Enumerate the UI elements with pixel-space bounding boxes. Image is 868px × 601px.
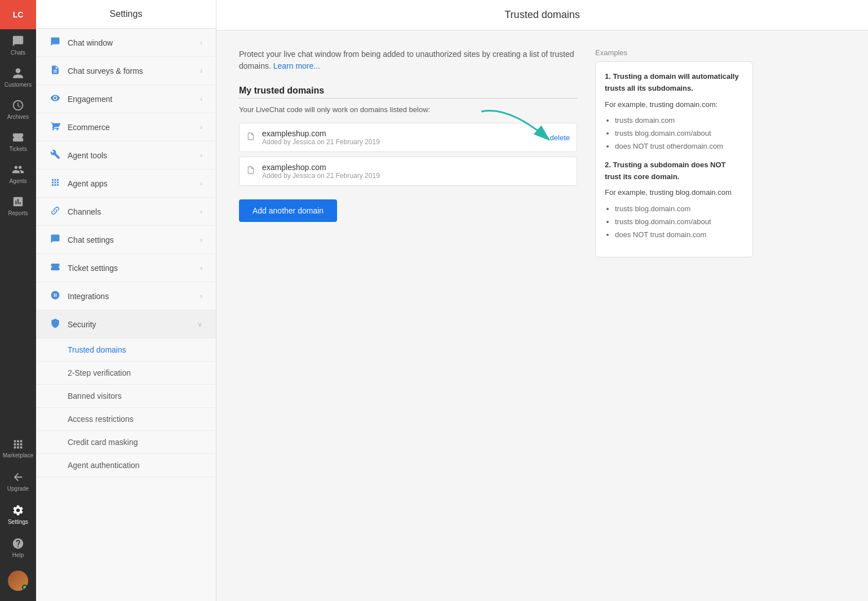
chat-settings-icon xyxy=(50,234,61,246)
chevron-icon: › xyxy=(200,39,202,47)
ecommerce-label: Ecommerce xyxy=(68,123,193,132)
domain-entry-2: exampleshop.com Added by Jessica on 21 F… xyxy=(239,157,577,186)
submenu-item-2step[interactable]: 2-Step verification xyxy=(36,362,216,385)
examples-card: 1. Trusting a domain will automatically … xyxy=(595,61,753,257)
submenu-item-trusted-domains[interactable]: Trusted domains xyxy=(36,339,216,362)
ticket-settings-label: Ticket settings xyxy=(68,264,193,273)
app-logo: LC xyxy=(0,0,36,29)
sidebar-item-chat-settings[interactable]: Chat settings › xyxy=(36,226,216,254)
security-submenu: Trusted domains 2-Step verification Bann… xyxy=(36,339,216,477)
integrations-label: Integrations xyxy=(68,292,193,301)
domain-info-1: exampleshup.com Added by Jessica on 21 F… xyxy=(262,129,543,146)
nav-item-settings[interactable]: Settings xyxy=(0,498,36,531)
learn-more-link[interactable]: Learn more... xyxy=(273,61,320,70)
example2-subheading: For example, trusting blog.domain.com xyxy=(605,187,743,199)
sidebar-item-engagement[interactable]: Engagement › xyxy=(36,85,216,113)
nav-item-archives[interactable]: Archives xyxy=(0,94,36,126)
chevron-icon: › xyxy=(200,264,202,272)
sidebar-item-agent-apps[interactable]: Agent apps › xyxy=(36,170,216,198)
submenu-item-creditcard[interactable]: Credit card masking xyxy=(36,431,216,454)
channels-label: Channels xyxy=(68,207,193,216)
example1-subheading: For example, trusting domain.com: xyxy=(605,99,743,111)
security-icon xyxy=(50,318,61,330)
main-body: Protect your live chat window from being… xyxy=(216,30,868,601)
chevron-icon: › xyxy=(200,123,202,131)
domain-meta-1: Added by Jessica on 21 February 2019 xyxy=(262,138,543,146)
form-icon xyxy=(50,65,61,77)
example1-bullets: trusts domain.com trusts blog.domain.com… xyxy=(605,115,743,152)
domain-file-icon-1 xyxy=(246,131,255,144)
chat-window-label: Chat window xyxy=(68,38,193,47)
sidebar-item-integrations[interactable]: Integrations › xyxy=(36,282,216,310)
settings-sidebar: Settings Chat window › Chat surveys & fo… xyxy=(36,0,216,601)
chat-settings-label: Chat settings xyxy=(68,235,193,244)
domain-file-icon-2 xyxy=(246,164,255,178)
add-domain-button[interactable]: Add another domain xyxy=(239,199,337,222)
sidebar-item-security[interactable]: Security ∨ xyxy=(36,310,216,339)
description-text: Protect your live chat window from being… xyxy=(239,48,577,72)
agent-tools-icon xyxy=(50,149,61,161)
sidebar-item-chat-surveys[interactable]: Chat surveys & forms › xyxy=(36,57,216,85)
examples-box: Examples 1. Trusting a domain will autom… xyxy=(595,48,753,583)
nav-item-marketplace[interactable]: Marketplace xyxy=(0,432,36,464)
security-label: Security xyxy=(68,320,191,329)
agent-apps-label: Agent apps xyxy=(68,179,193,188)
engagement-label: Engagement xyxy=(68,95,193,104)
agent-tools-label: Agent tools xyxy=(68,151,193,160)
main-content: Trusted domains Protect your live chat w… xyxy=(216,0,868,601)
nav-item-tickets[interactable]: Tickets xyxy=(0,126,36,158)
icon-nav: LC Chats Customers Archives Tickets Agen… xyxy=(0,0,36,601)
user-avatar[interactable] xyxy=(0,565,36,596)
chevron-icon: › xyxy=(200,208,202,216)
sidebar-item-ecommerce[interactable]: Ecommerce › xyxy=(36,113,216,141)
ticket-settings-icon xyxy=(50,262,61,274)
domain-meta-2: Added by Jessica on 21 February 2019 xyxy=(262,172,570,180)
subdescription: Your LiveChat code will only work on dom… xyxy=(239,105,577,114)
channels-icon xyxy=(50,206,61,217)
chevron-icon: › xyxy=(200,95,202,103)
submenu-item-agent-auth[interactable]: Agent authentication xyxy=(36,454,216,477)
example2-bullets: trusts blog.domain.com trusts blog.domai… xyxy=(605,203,743,241)
sidebar-item-chat-window[interactable]: Chat window › xyxy=(36,29,216,57)
domain-name-1: exampleshup.com xyxy=(262,129,543,138)
chevron-down-icon: ∨ xyxy=(197,320,202,328)
agent-apps-icon xyxy=(50,177,61,189)
delete-button-1[interactable]: delete xyxy=(550,133,570,142)
submenu-item-access[interactable]: Access restrictions xyxy=(36,408,216,431)
nav-item-agents[interactable]: Agents xyxy=(0,158,36,190)
chevron-icon: › xyxy=(200,180,202,188)
chevron-icon: › xyxy=(200,152,202,159)
sidebar-item-channels[interactable]: Channels › xyxy=(36,198,216,226)
sidebar-item-ticket-settings[interactable]: Ticket settings › xyxy=(36,254,216,282)
nav-item-chats[interactable]: Chats xyxy=(0,29,36,61)
content-left: Protect your live chat window from being… xyxy=(239,48,577,583)
nav-item-reports[interactable]: Reports xyxy=(0,190,36,222)
submenu-item-banned[interactable]: Banned visitors xyxy=(36,385,216,408)
nav-item-customers[interactable]: Customers xyxy=(0,61,36,94)
chat-surveys-label: Chat surveys & forms xyxy=(68,66,193,75)
section-title: My trusted domains xyxy=(239,86,577,96)
nav-item-help[interactable]: Help xyxy=(0,532,36,564)
domains-list: exampleshup.com Added by Jessica on 21 F… xyxy=(239,123,577,186)
chat-window-icon xyxy=(50,37,61,48)
page-title: Trusted domains xyxy=(216,0,868,30)
examples-label: Examples xyxy=(595,48,753,57)
nav-item-upgrade[interactable]: Upgrade xyxy=(0,465,36,497)
chevron-icon: › xyxy=(200,67,202,75)
ecommerce-icon xyxy=(50,121,61,133)
chevron-icon: › xyxy=(200,236,202,244)
domain-entry-1: exampleshup.com Added by Jessica on 21 F… xyxy=(239,123,577,152)
domain-name-2: exampleshop.com xyxy=(262,163,570,172)
integrations-icon xyxy=(50,290,61,302)
settings-sidebar-title: Settings xyxy=(36,0,216,29)
chevron-icon: › xyxy=(200,292,202,300)
section-divider xyxy=(239,98,577,99)
sidebar-menu: Chat window › Chat surveys & forms › Eng… xyxy=(36,29,216,601)
engagement-icon xyxy=(50,93,61,105)
domain-info-2: exampleshop.com Added by Jessica on 21 F… xyxy=(262,163,570,180)
sidebar-item-agent-tools[interactable]: Agent tools › xyxy=(36,141,216,170)
